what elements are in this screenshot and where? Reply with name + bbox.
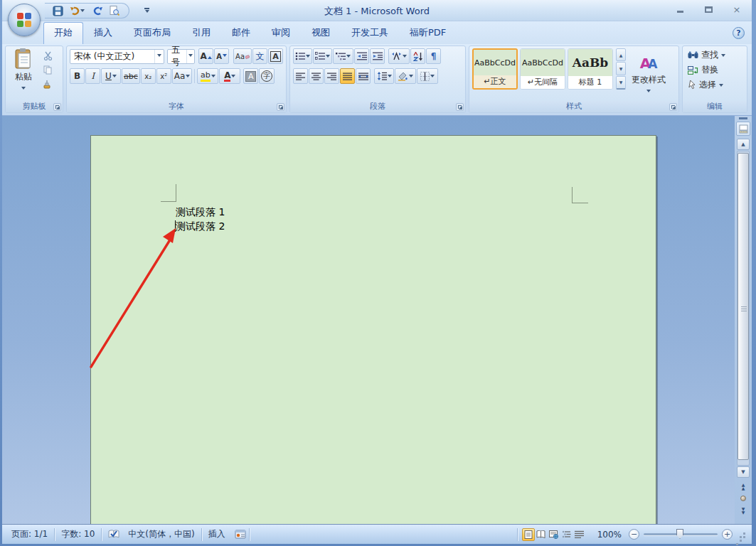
decrease-indent-button[interactable] [354,48,369,64]
line-spacing-dropdown-arrow[interactable] [388,75,392,80]
scrollbar-thumb[interactable] [738,153,749,460]
split-handle[interactable] [739,117,747,119]
shading-dropdown-arrow[interactable] [409,75,413,80]
style-no-spacing[interactable]: AaBbCcDd ↵无间隔 [520,48,565,90]
tab-page-layout[interactable]: 页面布局 [123,22,181,44]
subscript-button[interactable]: x₂ [141,68,156,84]
change-case-button[interactable]: Aa [172,68,193,84]
tab-insert[interactable]: 插入 [83,22,123,44]
tab-references[interactable]: 引用 [181,22,221,44]
shrink-font-button[interactable]: A [214,48,229,64]
select-button[interactable]: 选择 [686,78,744,92]
fullscreen-reading-view-button[interactable] [535,528,548,541]
borders-button[interactable] [417,68,438,84]
numbering-dropdown-arrow[interactable] [326,55,330,60]
help-button[interactable]: ? [733,27,745,39]
underline-button[interactable]: U [101,68,121,84]
clear-formatting-button[interactable]: Aa [233,48,252,64]
font-name-dropdown-arrow[interactable] [154,50,164,63]
multilevel-dropdown-arrow[interactable] [346,55,351,60]
change-case-dropdown-arrow[interactable] [186,75,190,80]
character-shading-button[interactable]: A [243,68,258,84]
align-center-button[interactable] [309,68,324,84]
bullets-dropdown-arrow[interactable] [306,55,310,60]
font-size-dropdown-arrow[interactable] [186,50,194,63]
maximize-button[interactable] [699,4,718,15]
find-dropdown-arrow[interactable] [721,54,725,59]
font-color-dropdown-arrow[interactable] [231,75,235,80]
zoom-in-button[interactable]: + [722,529,733,540]
clipboard-dialog-launcher[interactable] [53,103,61,111]
tab-review[interactable]: 审阅 [261,22,301,44]
numbering-button[interactable] [313,48,332,64]
styles-scroll-up[interactable]: ▲ [616,48,626,61]
format-painter-button[interactable] [41,77,55,90]
draft-view-button[interactable] [573,528,586,541]
sort-button[interactable] [410,48,425,64]
paste-dropdown-arrow[interactable] [21,87,26,92]
highlight-color-button[interactable]: ab [197,68,218,84]
justify-button[interactable] [340,68,355,84]
next-page-button[interactable]: ▼▼ [737,504,750,516]
document-page[interactable]: 测试段落 1 测试段落 2 [90,135,656,524]
scroll-up-button[interactable]: ▲ [737,139,750,150]
bullets-button[interactable] [293,48,312,64]
strikethrough-button[interactable]: abc [122,68,140,84]
font-dialog-launcher[interactable] [277,103,284,111]
styles-gallery-expand[interactable]: ▼ [616,76,626,90]
asian-layout-dropdown-arrow[interactable] [403,55,407,60]
outline-view-button[interactable] [560,528,573,541]
paragraph-1[interactable]: 测试段落 1 [176,205,225,219]
paste-button[interactable]: 粘贴 [9,48,38,101]
browse-object-button[interactable] [737,492,750,504]
phonetic-guide-button[interactable]: 文 [252,48,267,64]
style-normal[interactable]: AaBbCcDd ↵正文 [472,48,518,90]
multilevel-list-button[interactable] [333,48,353,64]
styles-scroll-down[interactable]: ▼ [616,62,626,75]
macro-record-button[interactable] [232,525,249,544]
font-name-combo[interactable]: 宋体 (中文正文) [70,49,164,64]
spellcheck-status[interactable] [102,525,127,544]
copy-button[interactable] [41,63,55,76]
superscript-button[interactable]: x² [156,68,171,84]
change-styles-dropdown-arrow[interactable] [646,90,651,95]
line-spacing-button[interactable] [374,68,394,84]
grow-font-button[interactable]: A [198,48,213,64]
word-count[interactable]: 字数: 10 [55,525,101,544]
paragraph-dialog-launcher[interactable] [456,103,464,111]
select-dropdown-arrow[interactable] [719,84,723,89]
underline-dropdown-arrow[interactable] [112,75,117,80]
align-left-button[interactable] [293,68,308,84]
align-right-button[interactable] [324,68,339,84]
close-button[interactable]: × [728,4,746,15]
distribute-button[interactable] [356,68,371,84]
shading-button[interactable] [395,68,416,84]
language-indicator[interactable]: 中文(简体，中国) [127,525,201,544]
zoom-level[interactable]: 100% [597,530,622,540]
replace-button[interactable]: 替换 [686,63,744,77]
document-text[interactable]: 测试段落 1 测试段落 2 [176,205,225,233]
cut-button[interactable] [41,49,55,62]
bold-button[interactable]: B [70,68,85,84]
ruler-toggle-button[interactable] [736,122,750,136]
tab-mailings[interactable]: 邮件 [221,22,261,44]
tab-developer[interactable]: 开发工具 [341,22,399,44]
font-color-button[interactable]: A [219,68,240,84]
highlight-dropdown-arrow[interactable] [211,75,215,80]
tab-view[interactable]: 视图 [301,22,341,44]
tab-foxit-pdf[interactable]: 福昕PDF [399,22,457,44]
web-layout-view-button[interactable] [548,528,560,541]
enclose-characters-button[interactable]: 字 [259,68,275,84]
scroll-down-button[interactable]: ▼ [737,466,750,478]
zoom-slider-track[interactable] [644,533,718,535]
zoom-out-button[interactable]: − [629,529,639,540]
minimize-button[interactable] [671,4,689,15]
zoom-slider-thumb[interactable] [676,529,683,539]
borders-dropdown-arrow[interactable] [430,75,435,80]
find-button[interactable]: 查找 [686,48,744,62]
font-size-combo[interactable]: 五号 [167,49,195,64]
style-heading1[interactable]: AaBb 标题 1 [568,48,613,90]
increase-indent-button[interactable] [370,48,385,64]
page-indicator[interactable]: 页面: 1/1 [5,525,54,544]
paragraph-2[interactable]: 测试段落 2 [176,219,225,233]
